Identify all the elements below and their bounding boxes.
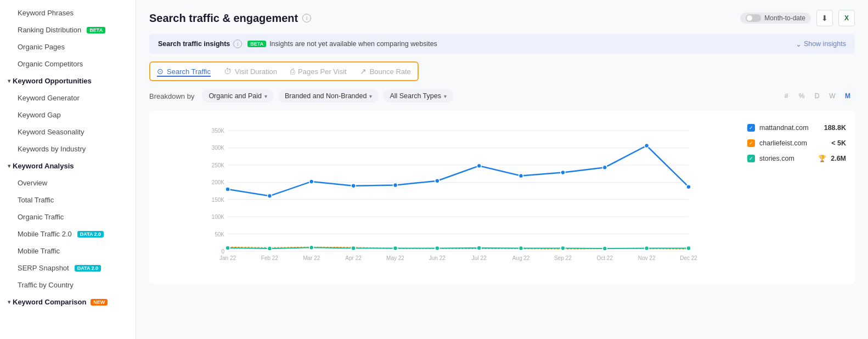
sidebar-item-overview[interactable]: Overview — [0, 174, 136, 191]
view-toggle-group: #%DWM — [779, 89, 855, 103]
dropdown-arrow-icon: ▾ — [264, 93, 267, 99]
svg-text:200K: 200K — [212, 179, 225, 185]
svg-point-61 — [602, 246, 607, 251]
sidebar-section-keyword-comparison[interactable]: ▾Keyword ComparisonNEW — [0, 293, 136, 310]
legend-item-mattandnat[interactable]: ✓mattandnat.com188.8K — [747, 124, 846, 132]
insights-beta-badge: BETA — [247, 41, 266, 47]
legend-checkbox-stories[interactable]: ✓ — [747, 155, 755, 162]
svg-point-31 — [351, 184, 356, 188]
main-content: Search traffic & engagement i Month-to-d… — [136, 0, 868, 339]
sidebar: Keyword PhrasesRanking DistributionBETAO… — [0, 0, 136, 339]
sidebar-section-keyword-opportunities[interactable]: ▾Keyword Opportunities — [0, 72, 136, 89]
tab-label-pages-per-visit: Pages Per Visit — [298, 67, 347, 76]
sidebar-item-organic-traffic[interactable]: Organic Traffic — [0, 208, 136, 225]
sidebar-item-organic-competitors[interactable]: Organic Competitors — [0, 55, 136, 72]
sidebar-item-label: Traffic by Country — [18, 281, 74, 289]
sidebar-item-ranking-distribution[interactable]: Ranking DistributionBETA — [0, 21, 136, 38]
tab-icon-bounce-rate: ↗ — [360, 67, 367, 76]
chart-area: 350K300K250K200K150K100K50K0Jan 22Feb 22… — [158, 120, 736, 275]
legend-value-mattandnat: 188.8K — [824, 124, 846, 132]
legend-item-charliefeist[interactable]: ✓charliefeist.com< 5K — [747, 139, 846, 147]
badge-data2: DATA 2.0 — [75, 265, 101, 272]
svg-point-33 — [435, 179, 439, 183]
legend-label-charliefeist: charliefeist.com — [759, 139, 827, 147]
trophy-icon: 🏆 — [818, 155, 826, 162]
svg-point-60 — [561, 246, 565, 251]
breakdown-btn-label: Organic and Paid — [208, 92, 262, 100]
chart-legend: ✓mattandnat.com188.8K✓charliefeist.com< … — [747, 120, 846, 275]
tab-bounce-rate[interactable]: ↗Bounce Rate — [360, 66, 411, 77]
sidebar-item-keyword-generator[interactable]: Keyword Generator — [0, 89, 136, 106]
svg-point-58 — [477, 246, 481, 250]
page-title: Search traffic & engagement — [149, 12, 298, 25]
download-button[interactable]: ⬇ — [816, 10, 833, 26]
sidebar-item-label: Total Traffic — [18, 196, 54, 204]
tab-label-search-traffic: Search Traffic — [167, 67, 211, 76]
view-toggle-#[interactable]: # — [779, 89, 793, 103]
legend-label-mattandnat: mattandnat.com — [759, 124, 820, 132]
sidebar-item-mobile-traffic-2[interactable]: Mobile Traffic 2.0DATA 2.0 — [0, 225, 136, 242]
tab-pages-per-visit[interactable]: ⎙Pages Per Visit — [290, 66, 347, 77]
svg-point-63 — [686, 246, 691, 251]
svg-point-28 — [226, 187, 230, 191]
info-icon[interactable]: i — [302, 14, 311, 22]
header-actions: Month-to-date ⬇ X — [740, 10, 855, 26]
sidebar-item-label: Keyword Generator — [18, 94, 80, 102]
tab-label-bounce-rate: Bounce Rate — [370, 67, 411, 76]
show-insights-label: Show insights — [804, 40, 846, 48]
chevron-icon: ▾ — [8, 163, 10, 169]
sidebar-item-label: Overview — [18, 179, 47, 187]
breakdown-buttons: Organic and Paid▾Branded and Non-Branded… — [202, 89, 453, 103]
sidebar-item-label: Keyword Gap — [18, 111, 61, 119]
legend-checkbox-charliefeist[interactable]: ✓ — [747, 139, 755, 147]
badge-data2: DATA 2.0 — [77, 231, 104, 238]
badge-new: NEW — [91, 299, 108, 306]
sidebar-item-mobile-traffic[interactable]: Mobile Traffic — [0, 242, 136, 259]
sidebar-item-total-traffic[interactable]: Total Traffic — [0, 191, 136, 208]
sidebar-item-traffic-by-country[interactable]: Traffic by Country — [0, 276, 136, 293]
legend-value-charliefeist: < 5K — [831, 139, 846, 147]
sidebar-item-organic-pages[interactable]: Organic Pages — [0, 38, 136, 55]
svg-point-55 — [351, 246, 356, 251]
view-toggle-M[interactable]: M — [841, 89, 855, 103]
sidebar-section-label: Keyword Comparison — [13, 298, 86, 306]
view-toggle-D[interactable]: D — [810, 89, 824, 103]
breakdown-btn-branded[interactable]: Branded and Non-Branded▾ — [278, 89, 379, 103]
tab-visit-duration[interactable]: ⏱Visit Duration — [224, 66, 277, 77]
excel-button[interactable]: X — [838, 10, 855, 26]
sidebar-item-keyword-gap[interactable]: Keyword Gap — [0, 106, 136, 123]
date-toggle-group[interactable]: Month-to-date — [740, 13, 811, 24]
sidebar-item-keyword-phrases[interactable]: Keyword Phrases — [0, 4, 136, 21]
tab-label-visit-duration: Visit Duration — [235, 67, 277, 76]
svg-text:150K: 150K — [212, 197, 225, 203]
breakdown-btn-label: All Search Types — [390, 92, 441, 100]
sidebar-section-keyword-analysis[interactable]: ▾Keyword Analysis — [0, 157, 136, 174]
svg-point-34 — [477, 163, 481, 168]
tab-search-traffic[interactable]: ⊙Search Traffic — [157, 66, 211, 77]
date-toggle-label: Month-to-date — [764, 14, 805, 22]
svg-point-32 — [393, 183, 398, 188]
sidebar-item-label: Mobile Traffic — [18, 247, 60, 255]
breakdown-btn-search-types[interactable]: All Search Types▾ — [383, 89, 453, 103]
svg-text:Mar 22: Mar 22 — [303, 255, 320, 261]
insights-bar-left: Search traffic insights i BETA Insights … — [158, 39, 437, 48]
breakdown-btn-organic-paid[interactable]: Organic and Paid▾ — [202, 89, 274, 103]
view-toggle-%[interactable]: % — [794, 89, 809, 103]
sidebar-item-keywords-by-industry[interactable]: Keywords by Industry — [0, 140, 136, 157]
insights-info-icon[interactable]: i — [233, 39, 242, 48]
breakdown-row: Breakdown by Organic and Paid▾Branded an… — [149, 89, 855, 103]
tab-icon-pages-per-visit: ⎙ — [290, 67, 295, 76]
show-insights-button[interactable]: ⌄ Show insights — [796, 40, 846, 48]
sidebar-item-serp-snapshot[interactable]: SERP SnapshotDATA 2.0 — [0, 259, 136, 276]
sidebar-item-label: Mobile Traffic 2.0 — [18, 230, 72, 238]
legend-item-stories[interactable]: ✓stories.com🏆2.6M — [747, 155, 846, 162]
view-toggle-W[interactable]: W — [825, 89, 839, 103]
sidebar-item-keyword-seasonality[interactable]: Keyword Seasonality — [0, 123, 136, 140]
svg-text:Jun 22: Jun 22 — [429, 255, 446, 261]
svg-point-39 — [686, 185, 691, 189]
metric-tabs: ⊙Search Traffic⏱Visit Duration⎙Pages Per… — [149, 61, 419, 81]
legend-checkbox-mattandnat[interactable]: ✓ — [747, 124, 755, 132]
tab-icon-visit-duration: ⏱ — [224, 67, 232, 76]
date-toggle-switch[interactable] — [746, 14, 761, 22]
breakdown-btn-label: Branded and Non-Branded — [285, 92, 367, 100]
